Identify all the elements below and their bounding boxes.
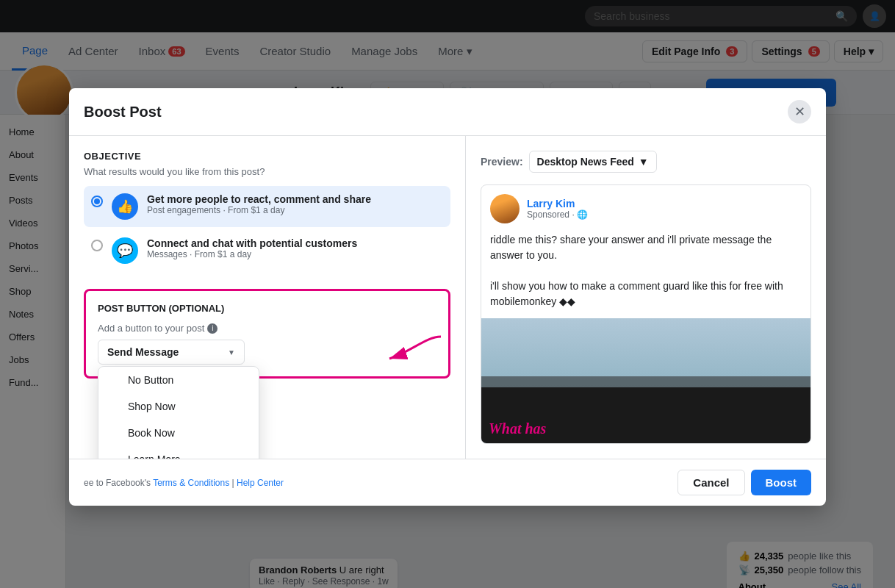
dropdown-arrow-icon: ▼ <box>228 348 235 356</box>
radio-inner-engagements <box>94 198 100 204</box>
image-text: What has <box>489 420 546 437</box>
obj-label-engagements: Get more people to react, comment and sh… <box>147 193 371 205</box>
objective-title: OBJECTIVE <box>84 151 450 162</box>
boost-button[interactable]: Boost <box>751 470 812 495</box>
objective-section: OBJECTIVE What results would you like fr… <box>84 151 450 271</box>
preview-view-label: Desktop News Feed <box>537 156 634 168</box>
modal-footer: ee to Facebook's Terms & Conditions | He… <box>69 459 826 506</box>
post-button-section: POST BUTTON (Optional) Add a button to y… <box>84 289 450 379</box>
obj-icon-messages: 💬 <box>112 237 138 264</box>
obj-sub-messages: Messages · From $1 a day <box>147 249 357 259</box>
preview-dropdown-icon: ▼ <box>639 156 649 168</box>
post-text: riddle me this? share your answer and i'… <box>481 232 810 318</box>
post-sponsored-label: Sponsored · 🌐 <box>527 209 588 220</box>
modal-close-button[interactable]: ✕ <box>788 100 811 123</box>
post-author-name[interactable]: Larry Kim <box>527 198 588 209</box>
dropdown-item-learn-more[interactable]: Learn More <box>98 446 259 459</box>
radio-messages <box>91 240 103 251</box>
obj-sub-engagements: Post engagements · From $1 a day <box>147 205 371 215</box>
objective-option-engagements[interactable]: 👍 Get more people to react, comment and … <box>84 186 450 227</box>
boost-post-modal: Boost Post ✕ OBJECTIVE What results woul… <box>69 88 826 506</box>
terms-conditions-link[interactable]: Terms & Conditions <box>153 478 229 488</box>
dropdown-item-no-button[interactable]: No Button <box>98 367 259 393</box>
objective-option-messages[interactable]: 💬 Connect and chat with potential custom… <box>84 230 450 271</box>
preview-view-selector[interactable]: Desktop News Feed ▼ <box>529 151 657 173</box>
preview-label: Preview: <box>481 156 523 168</box>
post-author-avatar <box>490 194 520 223</box>
post-preview: Larry Kim Sponsored · 🌐 riddle me this? … <box>481 184 811 444</box>
dropdown-item-book-now[interactable]: Book Now <box>98 420 259 446</box>
post-button-dropdown-menu: No Button Shop Now Book Now Learn M <box>98 366 259 459</box>
modal-header: Boost Post ✕ <box>69 88 826 136</box>
objective-description: What results would you like from this po… <box>84 166 450 177</box>
cancel-button[interactable]: Cancel <box>677 470 744 495</box>
info-icon: i <box>207 323 218 334</box>
modal-title: Boost Post <box>84 104 162 121</box>
help-center-link[interactable]: Help Center <box>237 478 284 488</box>
dropdown-selected-value: Send Message <box>107 346 179 358</box>
post-button-title: POST BUTTON (Optional) <box>98 303 436 314</box>
preview-header: Preview: Desktop News Feed ▼ <box>481 151 811 173</box>
dropdown-item-shop-now[interactable]: Shop Now <box>98 393 259 420</box>
right-panel: Preview: Desktop News Feed ▼ Larry Kim S… <box>466 136 826 459</box>
obj-label-messages: Connect and chat with potential customer… <box>147 237 357 249</box>
post-button-dropdown-trigger[interactable]: Send Message ▼ <box>98 340 245 365</box>
obj-icon-engagements: 👍 <box>112 193 138 220</box>
post-button-dropdown-container: Send Message ▼ No Button Shop Now <box>98 340 436 365</box>
modal-body: OBJECTIVE What results would you like fr… <box>69 136 826 459</box>
post-header: Larry Kim Sponsored · 🌐 <box>481 185 810 232</box>
footer-terms: ee to Facebook's Terms & Conditions | He… <box>84 478 284 488</box>
footer-actions: Cancel Boost <box>677 470 811 495</box>
left-panel: OBJECTIVE What results would you like fr… <box>69 136 466 459</box>
add-button-label: Add a button to your post i <box>98 323 436 334</box>
radio-engagements <box>91 196 103 207</box>
post-image: What has <box>481 318 810 443</box>
